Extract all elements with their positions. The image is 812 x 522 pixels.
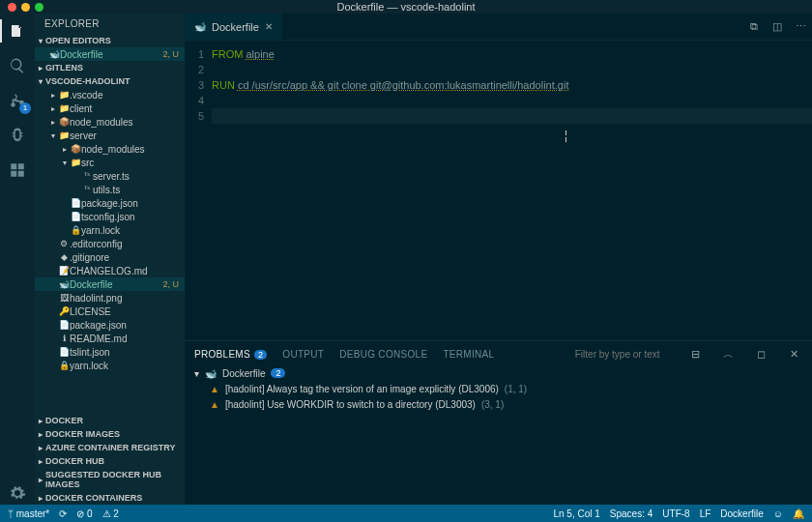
branch-indicator[interactable]: ᛘ master* [8, 508, 49, 519]
extensions-activity[interactable] [6, 159, 29, 182]
file-item[interactable]: ᵀˢutils.ts [35, 183, 185, 196]
folder-item[interactable]: ▾📁src [35, 156, 185, 169]
file-icon: ℹ [58, 334, 70, 343]
file-item[interactable]: 📄package.json [35, 318, 185, 332]
folder-item[interactable]: ▸📁client [35, 102, 185, 115]
tab-output[interactable]: OUTPUT [282, 349, 324, 360]
file-icon: 📁 [58, 130, 70, 140]
close-icon[interactable]: ✕ [265, 21, 273, 32]
problem-message: [hadolint] Use WORKDIR to switch to a di… [225, 399, 476, 410]
problem-location: (3, 1) [481, 399, 504, 410]
folder-item[interactable]: ▸📁.vscode [35, 88, 185, 102]
warnings-indicator[interactable]: ⚠ 2 [102, 508, 119, 519]
more-icon[interactable]: ⋯ [789, 14, 812, 40]
section-project[interactable]: VSCODE-HADOLINT [35, 74, 185, 88]
file-icon: 📁 [70, 158, 81, 167]
errors-indicator[interactable]: ⊘ 0 [76, 508, 92, 519]
section-containers[interactable]: DOCKER CONTAINERS [35, 491, 185, 505]
file-item[interactable]: 🔒yarn.lock [35, 223, 185, 237]
section-acr[interactable]: AZURE CONTAINER REGISTRY [35, 441, 185, 454]
warning-icon: ▲ [210, 399, 219, 410]
item-label: utils.ts [93, 185, 185, 195]
folder-item[interactable]: ▾📁server [35, 129, 185, 142]
file-tree: ▸📁.vscode▸📁client▸📦node_modules▾📁server▸… [35, 88, 185, 414]
folder-item[interactable]: ▸📦node_modules [35, 142, 185, 156]
text-editor[interactable]: 1 2 3 4 5 FROM alpine RUN cd /usr/src/ap… [185, 41, 812, 340]
item-label: src [81, 158, 185, 168]
feedback-icon[interactable]: ☺ [773, 508, 783, 519]
section-gitlens[interactable]: GITLENS [35, 61, 185, 74]
scm-badge: 1 [19, 102, 31, 114]
scm-activity[interactable]: 1 [6, 89, 29, 112]
problems-list: ▾ 🐋 Dockerfile 2 ▲ [hadolint] Always tag… [185, 365, 812, 412]
file-item[interactable]: ℹREADME.md [35, 332, 185, 345]
section-docker-images[interactable]: DOCKER IMAGES [35, 427, 185, 441]
encoding-indicator[interactable]: UTF-8 [662, 508, 689, 519]
tab-terminal[interactable]: TERMINAL [443, 349, 494, 360]
line-gutter: 1 2 3 4 5 [185, 41, 212, 340]
tab-problems[interactable]: PROBLEMS2 [194, 349, 267, 360]
file-item[interactable]: 🔑LICENSE [35, 304, 185, 318]
item-label: client [70, 103, 185, 114]
settings-gear[interactable] [6, 481, 29, 505]
code-area[interactable]: FROM alpine RUN cd /usr/src/app && git c… [212, 41, 812, 340]
file-item[interactable]: 📄tsconfig.json [35, 210, 185, 223]
file-item[interactable]: ⚙.editorconfig [35, 237, 185, 250]
item-label: server.ts [93, 171, 185, 182]
item-label: Dockerfile [70, 279, 162, 290]
folder-item[interactable]: ▸📦node_modules [35, 115, 185, 129]
file-item[interactable]: ᵀˢserver.ts [35, 169, 185, 183]
file-icon: 🐋 [58, 279, 70, 289]
explorer-sidebar: EXPLORER OPEN EDITORS 🐋 Dockerfile 2, U … [35, 14, 185, 505]
debug-activity[interactable] [6, 124, 29, 147]
filter-input[interactable] [575, 349, 672, 360]
file-icon: 🔒 [58, 361, 70, 370]
item-label: .gitignore [70, 252, 185, 263]
file-item[interactable]: 📝CHANGELOG.md [35, 264, 185, 277]
problem-item[interactable]: ▲ [hadolint] Always tag the version of a… [194, 381, 802, 396]
indent-indicator[interactable]: Spaces: 4 [610, 508, 652, 519]
file-item[interactable]: 🖼hadolint.png [35, 291, 185, 304]
file-item[interactable]: 📄tslint.json [35, 345, 185, 359]
section-open-editors[interactable]: OPEN EDITORS [35, 34, 185, 47]
maximize-panel-icon[interactable]: ◻ [753, 348, 769, 361]
warning-icon: ▲ [210, 384, 219, 394]
bell-icon[interactable]: 🔔 [793, 508, 804, 519]
tab-label: Dockerfile [212, 21, 259, 33]
file-item[interactable]: 📄package.json [35, 196, 185, 210]
activity-bar: 1 [0, 14, 35, 505]
split-editor-icon[interactable]: ◫ [766, 14, 789, 40]
language-indicator[interactable]: Dockerfile [720, 508, 763, 519]
problem-item[interactable]: ▲ [hadolint] Use WORKDIR to switch to a … [194, 396, 802, 412]
file-item[interactable]: 🐋Dockerfile2, U [35, 277, 185, 291]
tab-bar: 🐋 Dockerfile ✕ ⧉ ◫ ⋯ [185, 14, 812, 41]
file-item[interactable]: 🔒yarn.lock [35, 359, 185, 372]
item-label: package.json [81, 198, 185, 209]
docker-icon: 🐋 [194, 21, 206, 32]
editor-group: 🐋 Dockerfile ✕ ⧉ ◫ ⋯ 1 2 3 4 5 FROM alpi… [185, 14, 812, 505]
explorer-activity[interactable] [6, 19, 29, 43]
chevron-right-icon: ▸ [48, 104, 58, 113]
close-panel-icon[interactable]: ✕ [786, 348, 802, 361]
tab-debug[interactable]: DEBUG CONSOLE [339, 349, 427, 360]
search-activity[interactable] [6, 54, 29, 77]
status-bar: ᛘ master* ⟳ ⊘ 0 ⚠ 2 Ln 5, Col 1 Spaces: … [0, 505, 812, 522]
problems-count: 2 [271, 368, 285, 378]
section-docker-hub[interactable]: DOCKER HUB [35, 454, 185, 468]
tab-dockerfile[interactable]: 🐋 Dockerfile ✕ [185, 14, 282, 40]
section-docker[interactable]: DOCKER [35, 414, 185, 427]
section-sdhi[interactable]: SUGGESTED DOCKER HUB IMAGES [35, 468, 185, 491]
open-editor-item[interactable]: 🐋 Dockerfile 2, U [35, 47, 185, 61]
item-label: CHANGELOG.md [70, 266, 185, 276]
file-icon: ◆ [58, 252, 70, 262]
collapse-all-icon[interactable]: ⊟ [687, 348, 704, 361]
chevron-up-icon[interactable]: ︿ [719, 347, 738, 362]
cursor-position[interactable]: Ln 5, Col 1 [553, 508, 599, 519]
sync-button[interactable]: ⟳ [59, 508, 67, 519]
item-label: node_modules [70, 117, 185, 128]
file-item[interactable]: ◆.gitignore [35, 250, 185, 264]
compare-icon[interactable]: ⧉ [742, 14, 766, 40]
problems-file-row[interactable]: ▾ 🐋 Dockerfile 2 [194, 365, 802, 381]
chevron-down-icon: ▾ [60, 159, 70, 167]
eol-indicator[interactable]: LF [700, 508, 711, 519]
